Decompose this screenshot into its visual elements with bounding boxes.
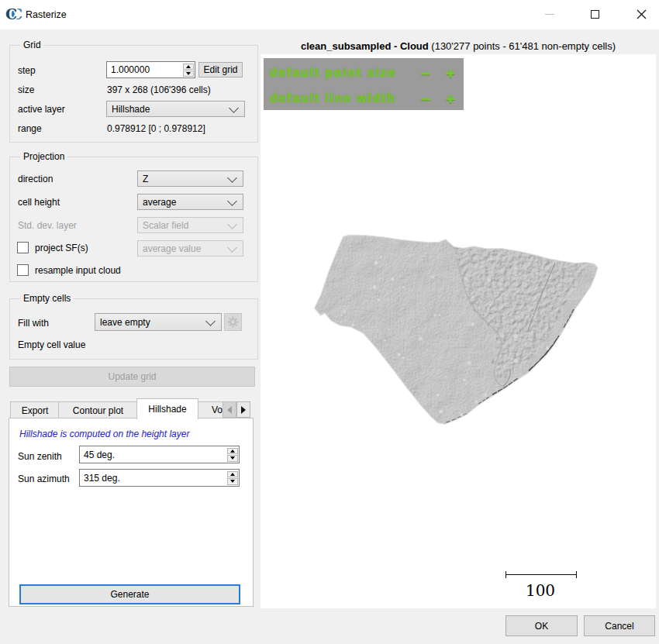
hillshade-raster-image <box>302 217 612 442</box>
direction-combobox[interactable]: Z <box>137 170 243 187</box>
minimize-button[interactable] <box>534 0 569 29</box>
empty-cells-group-title: Empty cells <box>20 294 74 304</box>
spin-up-icon <box>230 473 235 476</box>
sun-zenith-spinbox[interactable]: 45 deg. <box>79 446 240 463</box>
fill-with-label: Fill with <box>18 318 49 329</box>
cloudcompare-logo-icon: C C C <box>5 6 25 22</box>
range-label: range <box>18 123 42 134</box>
step-spinbox[interactable]: 1.000000 <box>106 61 195 78</box>
projection-group-title: Projection <box>20 152 67 162</box>
sun-azimuth-up[interactable] <box>227 471 238 478</box>
3d-viewport[interactable]: default point size − + default line widt… <box>260 54 656 608</box>
close-icon <box>637 9 647 19</box>
sun-zenith-value: 45 deg. <box>84 449 115 460</box>
project-sf-combobox: average value <box>137 240 243 257</box>
fill-with-combobox[interactable]: leave empty <box>95 313 222 331</box>
active-layer-label: active layer <box>18 104 65 115</box>
sun-zenith-up[interactable] <box>227 448 238 455</box>
title-bar: C C C Rasterize <box>0 0 659 29</box>
chevron-down-icon <box>205 316 216 326</box>
window-title: Rasterize <box>26 9 67 20</box>
empty-cell-value-label: Empty cell value <box>18 339 85 350</box>
svg-text:C: C <box>5 6 17 22</box>
cancel-label: Cancel <box>605 621 633 632</box>
cell-height-label: cell height <box>18 197 60 208</box>
sun-azimuth-spinbox[interactable]: 315 deg. <box>79 469 240 487</box>
tab-export[interactable]: Export <box>10 401 60 418</box>
cancel-button[interactable]: Cancel <box>584 615 655 636</box>
tab-export-label: Export <box>22 405 49 416</box>
edit-grid-label: Edit grid <box>203 64 237 75</box>
tab-contour-plot-label: Contour plot <box>73 405 123 416</box>
chevron-down-icon <box>227 173 237 183</box>
chevron-down-icon <box>229 103 239 113</box>
ok-button[interactable]: OK <box>505 615 578 636</box>
chevron-down-icon <box>227 243 237 253</box>
sun-azimuth-down[interactable] <box>227 478 238 485</box>
tab-scroll-right-button[interactable] <box>236 401 250 418</box>
tab-hillshade[interactable]: Hillshade <box>136 398 198 419</box>
std-dev-layer-label: Std. dev. layer <box>18 220 77 231</box>
line-width-plus-button[interactable]: + <box>442 89 459 109</box>
sun-azimuth-label: Sun azimuth <box>18 474 70 484</box>
spin-down-icon <box>230 480 235 483</box>
spin-up-icon <box>186 65 191 68</box>
step-label: step <box>18 65 36 76</box>
tab-volume-label: Vo <box>212 405 223 415</box>
cloud-name: clean_subsampled - Cloud <box>301 40 429 52</box>
size-value: 397 x 268 (106'396 cells) <box>107 84 211 95</box>
update-grid-button: Update grid <box>9 367 255 387</box>
gear-icon <box>227 316 239 328</box>
project-sf-label: project SF(s) <box>35 243 88 253</box>
edit-grid-button[interactable]: Edit grid <box>198 62 243 77</box>
default-line-width-label: default line width <box>270 91 396 105</box>
scale-bar-value: 100 <box>509 581 571 600</box>
scroll-left-icon <box>227 406 232 414</box>
direction-label: direction <box>18 174 53 184</box>
step-value: 1.000000 <box>111 64 150 75</box>
grid-group-title: Grid <box>20 40 44 50</box>
point-size-plus-button[interactable]: + <box>442 64 459 84</box>
ok-label: OK <box>535 621 548 632</box>
minimize-icon <box>545 14 554 15</box>
generate-button[interactable]: Generate <box>19 584 240 604</box>
rasterize-dialog: C C C Rasterize Grid step 1.000000 Edit … <box>0 0 659 644</box>
maximize-button[interactable] <box>578 0 612 29</box>
active-layer-value: Hillshade <box>112 104 150 115</box>
range-value: 0.978912 [0 ; 0.978912] <box>107 123 205 134</box>
chevron-down-icon <box>227 196 237 206</box>
line-width-minus-button[interactable]: − <box>417 89 434 109</box>
std-dev-layer-combobox: Scalar field <box>137 217 243 233</box>
hillshade-note: Hillshade is computed on the height laye… <box>19 429 189 439</box>
close-button[interactable] <box>624 0 659 29</box>
project-sf-value: average value <box>143 243 201 254</box>
default-point-size-label: default point size <box>270 66 396 80</box>
spin-down-icon <box>186 72 191 75</box>
fill-with-value: leave empty <box>100 317 150 328</box>
sun-zenith-label: Sun zenith <box>18 451 62 462</box>
point-size-minus-button[interactable]: − <box>417 64 434 84</box>
std-dev-layer-value: Scalar field <box>143 220 188 231</box>
update-grid-label: Update grid <box>108 371 156 382</box>
step-spin-down[interactable] <box>183 71 194 77</box>
spin-up-icon <box>230 449 235 453</box>
generate-label: Generate <box>110 589 149 600</box>
direction-value: Z <box>143 174 148 184</box>
chevron-down-icon <box>227 219 237 229</box>
scroll-right-icon <box>241 406 246 414</box>
sun-azimuth-value: 315 deg. <box>84 473 120 484</box>
sun-zenith-down[interactable] <box>227 455 238 462</box>
tab-contour-plot[interactable]: Contour plot <box>58 401 138 418</box>
scale-bar <box>501 568 581 580</box>
cell-height-value: average <box>143 197 176 208</box>
project-sf-checkbox[interactable] <box>17 242 29 253</box>
step-spin-up[interactable] <box>183 64 194 70</box>
cloud-info: (130'277 points - 61'481 non-empty cells… <box>431 40 616 52</box>
active-layer-combobox[interactable]: Hillshade <box>106 101 245 117</box>
maximize-icon <box>591 10 599 19</box>
resample-label: resample input cloud <box>35 265 121 276</box>
cloud-info-header: clean_subsampled - Cloud (130'277 points… <box>260 40 656 52</box>
resample-checkbox[interactable] <box>17 264 29 276</box>
cell-height-combobox[interactable]: average <box>137 194 243 210</box>
hot-zone-overlay: default point size − + default line widt… <box>264 58 464 110</box>
